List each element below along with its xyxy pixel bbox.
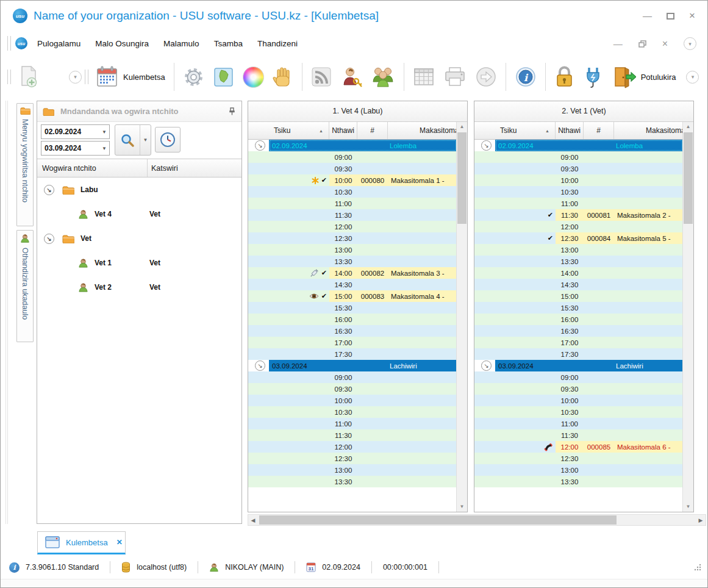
horizontal-scrollbar[interactable]: ◀ ▶ — [248, 514, 706, 526]
horizontal-scroll-thumb[interactable] — [259, 515, 617, 525]
group-collapse-icon[interactable]: ↘ — [481, 140, 492, 151]
time-slot-row[interactable]: 12:30 — [248, 232, 457, 244]
map-button[interactable] — [209, 64, 238, 90]
date-group-row[interactable]: ↘ 02.09.2024 Lolemba — [248, 140, 457, 151]
mdi-close-button[interactable]: × — [662, 39, 668, 49]
settings-button[interactable] — [179, 64, 209, 90]
date-from-picker[interactable]: 02.09.2024 ▼ — [41, 124, 110, 139]
column-header-number[interactable]: # — [584, 122, 614, 139]
scroll-down-arrow[interactable]: ▼ — [457, 502, 467, 512]
time-slot-row[interactable]: 12:00 — [248, 221, 457, 232]
time-slot-row[interactable]: 17:30 — [474, 348, 683, 360]
time-slot-row[interactable]: 09:00 — [248, 371, 457, 383]
time-slot-row[interactable]: 11:00 — [474, 198, 683, 209]
time-slot-row[interactable]: 09:00 — [474, 371, 683, 383]
time-slot-row[interactable]: 16:30 — [474, 325, 683, 337]
time-slot-row[interactable]: 09:30 — [474, 383, 683, 395]
date-group-row[interactable]: ↘ 03.09.2024 Lachiwiri — [248, 360, 457, 371]
time-slot-row[interactable]: 09:30 — [248, 163, 457, 174]
mdi-minimize-button[interactable]: — — [613, 39, 623, 48]
pin-icon[interactable] — [229, 107, 235, 115]
collapse-icon[interactable]: ↘ — [44, 185, 54, 195]
toolbar-group-overflow-button[interactable]: ▾ — [69, 71, 82, 84]
time-slot-row[interactable]: 13:30 — [474, 476, 683, 487]
go-button[interactable] — [471, 63, 501, 90]
appointment-row[interactable]: 12:00 000085 Makasitomala 6 - — [474, 441, 683, 453]
scroll-right-arrow[interactable]: ▶ — [696, 515, 706, 525]
search-button[interactable]: ▼ — [115, 124, 151, 156]
time-slot-row[interactable]: 12:30 — [474, 453, 683, 464]
dropdown-arrow-icon[interactable]: ▼ — [99, 146, 109, 151]
time-slot-row[interactable]: 17:00 — [248, 337, 457, 348]
vertical-scroll-thumb[interactable] — [684, 132, 693, 224]
time-slot-row[interactable]: 10:30 — [474, 406, 683, 418]
search-options-arrow[interactable]: ▼ — [140, 125, 151, 155]
time-slot-row[interactable]: 15:30 — [474, 302, 683, 314]
time-slot-row[interactable]: 10:00 — [474, 395, 683, 406]
time-slot-row[interactable]: 13:30 — [474, 256, 683, 267]
time-slot-row[interactable]: 17:30 — [248, 348, 457, 360]
appointment-entry[interactable]: 15:00 000083 Makasitomala 4 - — [329, 290, 457, 302]
column-header-date[interactable]: Tsiku▲ — [474, 122, 556, 139]
sidebar-tab-user-menu[interactable]: Menyu yogwiritsa ntchito — [16, 103, 34, 226]
scroll-left-arrow[interactable]: ◀ — [248, 515, 258, 525]
time-slot-row[interactable]: 16:00 — [474, 314, 683, 325]
lock-button[interactable] — [550, 63, 579, 91]
column-header-employee[interactable]: Wogwira ntchito — [37, 159, 148, 177]
vertical-scrollbar[interactable]: ▲ ▼ — [456, 122, 467, 512]
scroll-up-arrow[interactable]: ▲ — [457, 122, 467, 132]
maximize-button[interactable] — [667, 12, 674, 20]
tree-employee-row[interactable]: Vet 1 Vet — [37, 251, 241, 275]
time-slot-row[interactable]: 15:00 — [474, 290, 683, 302]
exit-button[interactable]: Potulukira — [607, 63, 681, 91]
info-icon[interactable]: i — [9, 562, 20, 573]
time-slot-row[interactable]: 12:00 — [248, 441, 457, 453]
print-button[interactable] — [439, 63, 471, 90]
tab-kulembetsa[interactable]: Kulembetsa ✕ — [37, 531, 126, 554]
date-group-row[interactable]: ↘ 02.09.2024 Lolemba — [474, 140, 683, 151]
appointment-row[interactable]: ✔ 10:00 000080 Makasitomala 1 - — [248, 174, 457, 186]
time-slot-row[interactable]: 14:30 — [474, 279, 683, 290]
mdi-restore-button[interactable] — [638, 40, 646, 48]
color-theme-button[interactable] — [238, 64, 268, 90]
appointment-entry[interactable]: 11:30 000081 Makasitomala 2 - — [556, 209, 683, 221]
time-slot-row[interactable]: 10:00 — [474, 174, 683, 186]
user-access-button[interactable] — [336, 63, 367, 91]
info-button[interactable]: i — [510, 63, 541, 90]
new-record-button[interactable] — [14, 62, 43, 91]
tab-close-icon[interactable]: ✕ — [116, 538, 123, 547]
menu-item-tsamba[interactable]: Tsamba — [207, 37, 250, 51]
time-slot-row[interactable]: 16:30 — [248, 325, 457, 337]
time-slot-row[interactable]: 11:30 — [248, 209, 457, 221]
time-slot-row[interactable]: 11:00 — [474, 418, 683, 429]
time-slot-row[interactable]: 17:00 — [474, 337, 683, 348]
time-slot-row[interactable]: 13:30 — [248, 476, 457, 487]
column-header-specialist[interactable]: Katswiri — [148, 164, 241, 173]
column-header-client[interactable]: Makasitomala — [388, 122, 457, 139]
employees-button[interactable] — [367, 63, 399, 91]
scroll-down-arrow[interactable]: ▼ — [683, 502, 693, 512]
appointment-entry[interactable]: 12:30 000084 Makasitomala 5 - — [556, 232, 683, 244]
dropdown-arrow-icon[interactable]: ▼ — [99, 129, 109, 135]
toolbar-drag-handle-2[interactable] — [7, 70, 11, 84]
usu-menu-icon[interactable]: usu — [15, 37, 27, 49]
drag-mode-button[interactable] — [268, 63, 298, 90]
appointment-row[interactable]: ✔ 14:00 000082 Makasitomala 3 - — [248, 267, 457, 279]
appointment-entry[interactable]: 10:00 000080 Makasitomala 1 - — [329, 174, 457, 186]
date-group-row[interactable]: ↘ 03.09.2024 Lachiwiri — [474, 360, 683, 371]
tree-employee-row[interactable]: Vet 2 Vet — [37, 275, 241, 299]
time-slot-row[interactable]: 09:30 — [248, 383, 457, 395]
table-view-button[interactable] — [409, 64, 439, 90]
minimize-button[interactable]: — — [643, 11, 652, 20]
time-slot-row[interactable]: 13:00 — [248, 244, 457, 256]
time-slot-row[interactable]: 15:30 — [248, 302, 457, 314]
tree-employee-row[interactable]: Vet 4 Vet — [37, 202, 241, 226]
schedule-button[interactable]: Kulembetsa — [91, 63, 170, 91]
time-slot-row[interactable]: 13:00 — [474, 244, 683, 256]
column-header-time[interactable]: Nthawi — [329, 122, 357, 139]
tree-folder-row[interactable]: ↘ Vet — [37, 226, 241, 251]
column-header-time[interactable]: Nthawi — [556, 122, 584, 139]
time-slot-row[interactable]: 13:30 — [248, 256, 457, 267]
time-slot-row[interactable]: 11:30 — [248, 429, 457, 441]
time-slot-row[interactable]: 13:00 — [248, 464, 457, 476]
